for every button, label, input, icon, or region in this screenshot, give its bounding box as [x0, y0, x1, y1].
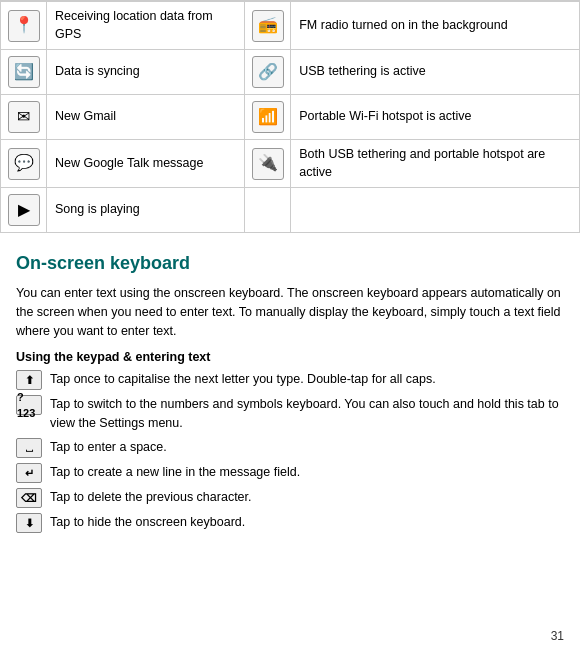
bullet-icon: ⎵	[16, 438, 42, 458]
onscreen-keyboard-heading: On-screen keyboard	[16, 253, 564, 274]
left-status-text: Data is syncing	[47, 50, 245, 95]
bullet-text: Tap to delete the previous character.	[50, 488, 252, 507]
bullet-item: ↵Tap to create a new line in the message…	[16, 463, 564, 483]
bullet-icon: ⌫	[16, 488, 42, 508]
table-row: 📍Receiving location data from GPS📻FM rad…	[1, 2, 580, 50]
left-status-text: New Google Talk message	[47, 140, 245, 188]
bullet-text: Tap to hide the onscreen keyboard.	[50, 513, 245, 532]
left-status-text: Song is playing	[47, 188, 245, 233]
right-status-text	[291, 188, 580, 233]
bullet-text: Tap to create a new line in the message …	[50, 463, 300, 482]
right-icon-cell: 🔌	[245, 140, 291, 188]
onscreen-keyboard-intro: You can enter text using the onscreen ke…	[16, 284, 564, 340]
table-row: 💬New Google Talk message🔌Both USB tether…	[1, 140, 580, 188]
right-icon-cell: 📶	[245, 95, 291, 140]
left-status-icon: 📍	[8, 10, 40, 42]
bullet-icon: ↵	[16, 463, 42, 483]
table-row: ▶Song is playing	[1, 188, 580, 233]
right-status-icon: 🔗	[252, 56, 284, 88]
bullet-text: Tap to switch to the numbers and symbols…	[50, 395, 564, 433]
keypad-subheading: Using the keypad & entering text	[16, 350, 564, 364]
table-row: 🔄Data is syncing🔗USB tethering is active	[1, 50, 580, 95]
right-icon-cell: 🔗	[245, 50, 291, 95]
bullet-text: Tap to enter a space.	[50, 438, 167, 457]
keypad-bullets: ⬆Tap once to capitalise the next letter …	[16, 370, 564, 533]
status-icons-table: 📍Receiving location data from GPS📻FM rad…	[0, 0, 580, 233]
bullet-icon: ⬆	[16, 370, 42, 390]
right-status-icon: 📻	[252, 10, 284, 42]
left-status-icon: 💬	[8, 148, 40, 180]
page-number: 31	[551, 629, 564, 643]
left-icon-cell: ▶	[1, 188, 47, 233]
right-status-text: Portable Wi-Fi hotspot is active	[291, 95, 580, 140]
left-icon-cell: 📍	[1, 2, 47, 50]
left-icon-cell: 💬	[1, 140, 47, 188]
bullet-item: ⬇Tap to hide the onscreen keyboard.	[16, 513, 564, 533]
left-icon-cell: 🔄	[1, 50, 47, 95]
bullet-icon: ⬇	[16, 513, 42, 533]
left-status-icon: ✉	[8, 101, 40, 133]
bullet-item: ?123Tap to switch to the numbers and sym…	[16, 395, 564, 433]
table-row: ✉New Gmail📶Portable Wi-Fi hotspot is act…	[1, 95, 580, 140]
left-status-icon: 🔄	[8, 56, 40, 88]
bullet-item: ⎵Tap to enter a space.	[16, 438, 564, 458]
right-status-text: USB tethering is active	[291, 50, 580, 95]
left-icon-cell: ✉	[1, 95, 47, 140]
left-status-text: Receiving location data from GPS	[47, 2, 245, 50]
right-status-icon: 📶	[252, 101, 284, 133]
right-icon-cell: 📻	[245, 2, 291, 50]
left-status-text: New Gmail	[47, 95, 245, 140]
right-status-text: Both USB tethering and portable hotspot …	[291, 140, 580, 188]
bullet-item: ⌫Tap to delete the previous character.	[16, 488, 564, 508]
right-status-icon: 🔌	[252, 148, 284, 180]
right-icon-cell	[245, 188, 291, 233]
bullet-text: Tap once to capitalise the next letter y…	[50, 370, 436, 389]
bullet-item: ⬆Tap once to capitalise the next letter …	[16, 370, 564, 390]
bullet-icon: ?123	[16, 395, 42, 415]
right-status-text: FM radio turned on in the background	[291, 2, 580, 50]
left-status-icon: ▶	[8, 194, 40, 226]
